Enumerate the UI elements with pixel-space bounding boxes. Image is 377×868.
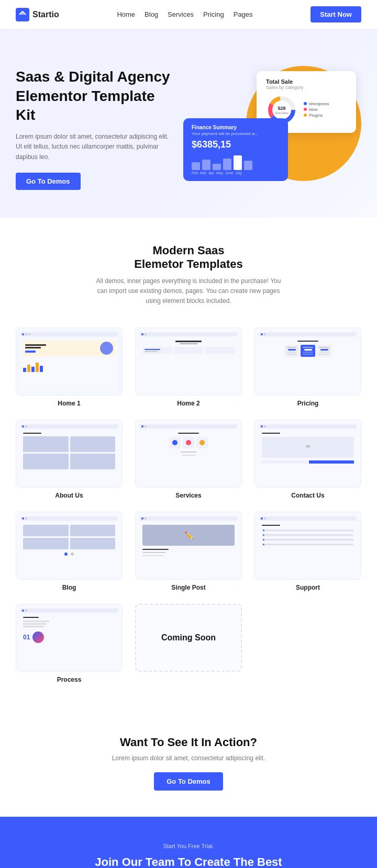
- template-about[interactable]: About Us: [16, 420, 123, 499]
- coming-soon-text: Coming Soon: [161, 633, 216, 642]
- template-single-post-thumb: ✏️: [135, 512, 242, 580]
- template-grid: Home 1: [0, 317, 377, 709]
- template-contact-label: Contact Us: [254, 492, 361, 499]
- template-home2[interactable]: Home 2: [135, 328, 242, 407]
- template-pricing-thumb: [254, 328, 361, 396]
- nav-pages[interactable]: Pages: [234, 10, 253, 18]
- logo-text: Startio: [32, 10, 59, 19]
- finance-months: Feb Mar Apr May June July: [192, 171, 280, 175]
- template-about-label: About Us: [16, 492, 123, 499]
- template-pricing[interactable]: Pricing: [254, 328, 361, 407]
- cta-banner: Start You Free Trial. Join Our Team To C…: [0, 817, 377, 868]
- logo-icon: [16, 8, 29, 21]
- template-single-post[interactable]: ✏️ Single Post: [135, 512, 242, 591]
- finance-title: Finance Summary: [192, 125, 280, 130]
- template-services[interactable]: Services: [135, 420, 242, 499]
- finance-bar-5: [234, 155, 242, 170]
- template-home1-thumb: [16, 328, 123, 396]
- templates-title-area: Modern SaasElemetor Templates All demos,…: [0, 218, 377, 317]
- donut-label: 528 Total Sales: [275, 106, 289, 115]
- donut-sublabel: Total Sales: [275, 111, 289, 114]
- total-sale-title: Total Sale: [266, 78, 347, 85]
- template-blog[interactable]: Blog: [16, 512, 123, 591]
- cta-title: Join Our Team To Create The BestDigital …: [16, 854, 361, 868]
- hero-title: Saas & Digital Agency Elementor Template…: [16, 67, 173, 125]
- template-process-label: Process: [16, 676, 123, 683]
- finance-amount: $6385,15: [192, 139, 280, 150]
- template-support-thumb: [254, 512, 361, 580]
- template-coming-soon-thumb: Coming Soon: [135, 604, 242, 672]
- template-home2-label: Home 2: [135, 400, 242, 407]
- finance-summary-card: Finance Summary Your payment will be pro…: [183, 118, 288, 181]
- template-home1-label: Home 1: [16, 400, 123, 407]
- finance-bar-2: [202, 160, 210, 170]
- hero-cta-button[interactable]: Go To Demos: [16, 173, 81, 190]
- action-section: Want To See It In Action? Lorem ipsum do…: [0, 709, 377, 817]
- nav-pricing[interactable]: Pricing: [203, 10, 224, 18]
- template-home2-thumb: [135, 328, 242, 396]
- navbar: Startio Home Blog Services Pricing Pages…: [0, 0, 377, 29]
- templates-desc: All demos, inner pages everything is inc…: [94, 276, 283, 307]
- template-services-label: Services: [135, 492, 242, 499]
- template-support[interactable]: Support: [254, 512, 361, 591]
- template-support-label: Support: [254, 584, 361, 591]
- nav-cta-button[interactable]: Start Now: [311, 6, 361, 22]
- nav-home[interactable]: Home: [117, 10, 135, 18]
- template-blog-thumb: [16, 512, 123, 580]
- action-title: Want To See It In Action?: [16, 736, 361, 749]
- action-cta-button[interactable]: Go To Demos: [154, 772, 223, 791]
- finance-bar-4: [223, 159, 231, 170]
- template-process[interactable]: 01 Process: [16, 604, 123, 683]
- cta-pretitle: Start You Free Trial.: [16, 843, 361, 849]
- hero-section: Saas & Digital Agency Elementor Template…: [0, 29, 377, 218]
- template-coming-soon: Coming Soon: [135, 604, 242, 683]
- template-contact-thumb: 🗺: [254, 420, 361, 488]
- template-about-thumb: [16, 420, 123, 488]
- hero-desc: Lorem ipsum dolor sit amet, consectetur …: [16, 132, 173, 162]
- finance-bar-6: [244, 161, 252, 170]
- template-contact[interactable]: 🗺 Contact Us: [254, 420, 361, 499]
- logo[interactable]: Startio: [16, 8, 59, 21]
- template-process-thumb: 01: [16, 604, 123, 672]
- nav-blog[interactable]: Blog: [145, 10, 158, 18]
- total-sale-subtitle: Sales by category: [266, 85, 347, 90]
- nav-links: Home Blog Services Pricing Pages: [117, 10, 252, 18]
- donut-legend: Wordpress Html Plugins: [304, 102, 329, 119]
- finance-subtitle: Your payment will be processed w...: [192, 131, 280, 136]
- template-single-post-label: Single Post: [135, 584, 242, 591]
- hero-left: Saas & Digital Agency Elementor Template…: [16, 67, 173, 190]
- template-services-thumb: [135, 420, 242, 488]
- template-blog-label: Blog: [16, 584, 123, 591]
- template-pricing-label: Pricing: [254, 400, 361, 407]
- hero-right: Total Sale Sales by category 528 Total S…: [183, 61, 361, 197]
- finance-bars: [192, 154, 280, 170]
- nav-services[interactable]: Services: [168, 10, 194, 18]
- finance-bar-1: [192, 162, 200, 170]
- finance-bar-3: [213, 164, 221, 170]
- templates-section: Modern SaasElemetor Templates All demos,…: [0, 218, 377, 709]
- templates-title: Modern SaasElemetor Templates: [16, 244, 361, 271]
- template-home1[interactable]: Home 1: [16, 328, 123, 407]
- action-desc: Lorem ipsum dolor sit amet, consectetur …: [16, 754, 361, 762]
- donut-number: 528: [275, 106, 289, 111]
